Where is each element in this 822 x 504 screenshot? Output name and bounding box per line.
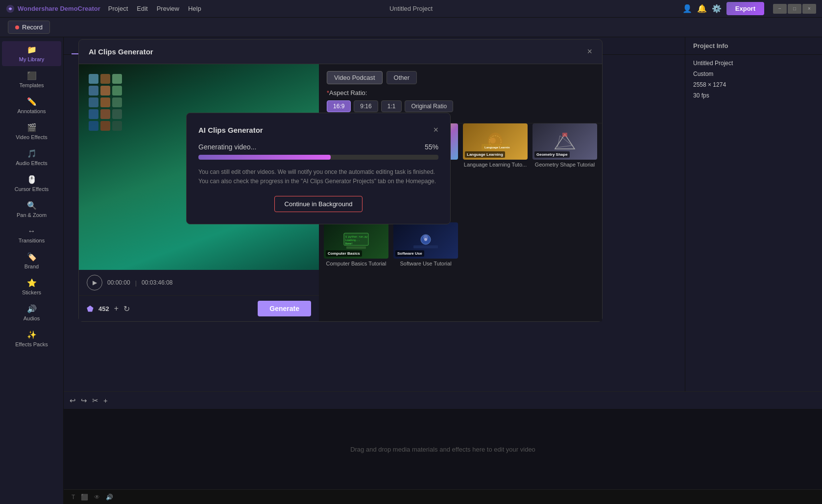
ai-dialog-title: AI Clips Generator	[89, 48, 153, 56]
type-btn-video-podcast[interactable]: Video Podcast	[327, 71, 383, 84]
bottom-tool-3[interactable]: 🔊	[106, 494, 113, 501]
record-button[interactable]: Record	[8, 21, 50, 34]
project-name-value: Untitled Project	[693, 60, 733, 67]
timeline-toolbar: ↩ ↪ ✂ +	[64, 392, 822, 409]
titlebar-right: 👤 🔔 ⚙️ Export − □ ×	[682, 2, 816, 15]
project-custom-value: Custom	[693, 71, 713, 77]
sidebar-item-video-effects[interactable]: 🎬 Video Effects	[2, 119, 61, 144]
redo-icon[interactable]: ↪	[81, 396, 87, 405]
continue-background-button[interactable]: Continue in Background	[274, 196, 363, 212]
thumb-overlay-software-use: Software Use	[395, 250, 424, 257]
project-resolution-row: 2558 × 1274	[693, 81, 814, 88]
token-icon: ⬟	[87, 304, 94, 313]
sidebar-item-templates[interactable]: ⬛ Templates	[2, 67, 61, 92]
sidebar-label-video-effects: Video Effects	[16, 134, 47, 140]
account-icon[interactable]: 👤	[682, 4, 692, 13]
add-icon[interactable]: +	[103, 396, 108, 405]
undo-icon[interactable]: ↩	[70, 396, 76, 405]
window-title: Untitled Project	[389, 5, 433, 12]
menu-help[interactable]: Help	[188, 5, 201, 12]
sidebar-label-audio-effects: Audio Effects	[16, 160, 48, 166]
sidebar-item-cursor-effects[interactable]: 🖱️ Cursor Effects	[2, 171, 61, 196]
project-resolution-value: 2558 × 1274	[693, 81, 726, 88]
type-btn-other[interactable]: Other	[387, 71, 417, 84]
sidebar: 📁 My Library ⬛ Templates ✏️ Annotations …	[0, 37, 64, 504]
split-icon[interactable]: ✂	[92, 396, 98, 405]
svg-text:Loading...: Loading...	[345, 239, 360, 242]
svg-rect-26	[413, 245, 438, 248]
token-refresh-button[interactable]: ↻	[123, 304, 130, 313]
sidebar-item-brand[interactable]: 🏷️ Brand	[2, 248, 61, 273]
template-card-software-use[interactable]: Software Use Software Use Tutorial	[393, 222, 458, 316]
bottom-tool-1[interactable]: ⬛	[81, 494, 88, 501]
ratio-btn-original[interactable]: Original Ratio	[405, 100, 453, 112]
project-name-row: Untitled Project	[693, 60, 814, 67]
record-label: Record	[22, 24, 43, 31]
app-name: Wondershare DemoCreator	[18, 5, 100, 12]
maximize-button[interactable]: □	[788, 4, 801, 14]
project-info-rows: Untitled Project Custom 2558 × 1274 30 f…	[685, 55, 822, 104]
svg-text:Language Learning: Language Learning	[484, 146, 510, 149]
sidebar-label-transitions: Transitions	[19, 238, 45, 243]
menu-bar: Project Edit Preview Help	[108, 5, 201, 12]
transitions-icon: ↔️	[28, 227, 36, 236]
sidebar-item-audio-effects[interactable]: 🎵 Audio Effects	[2, 145, 61, 170]
video-effects-icon: 🎬	[27, 123, 37, 132]
template-label-software-use: Software Use Tutorial	[393, 261, 458, 266]
sidebar-item-transitions[interactable]: ↔️ Transitions	[2, 223, 61, 247]
ratio-btn-16-9[interactable]: 16:9	[327, 100, 351, 112]
stickers-icon: ⭐	[27, 278, 37, 288]
generating-close-button[interactable]: ×	[433, 125, 438, 135]
token-count: 452	[98, 305, 109, 312]
play-button[interactable]: ▶	[87, 275, 102, 290]
gen-progress-bar-bg	[198, 155, 438, 160]
effects-packs-icon: ✨	[27, 330, 37, 339]
sidebar-label-stickers: Stickers	[22, 289, 41, 295]
ai-dialog-header: AI Clips Generator ×	[79, 40, 602, 64]
settings-icon[interactable]: ⚙️	[712, 4, 722, 13]
text-tool-icon[interactable]: T	[72, 494, 75, 501]
record-bar: Record	[0, 18, 822, 37]
ratio-btn-1-1[interactable]: 1:1	[381, 100, 402, 112]
ratio-btn-9-16[interactable]: 9:16	[354, 100, 378, 112]
menu-preview[interactable]: Preview	[157, 5, 179, 12]
bottom-tool-2[interactable]: 👁	[94, 494, 100, 501]
template-thumb-geometry-shape: Geometry Shape	[532, 123, 597, 160]
menu-edit[interactable]: Edit	[137, 5, 147, 12]
desktop-icons	[89, 74, 122, 131]
audio-effects-icon: 🎵	[27, 149, 37, 158]
template-card-geometry-shape[interactable]: Geometry Shape Geometry Shape Tutorial	[532, 123, 597, 217]
thumb-overlay-language-learning: Language Learning	[465, 151, 505, 158]
minimize-button[interactable]: −	[773, 4, 787, 14]
audios-icon: 🔊	[27, 304, 37, 313]
generate-button[interactable]: Generate	[258, 301, 311, 316]
notification-icon[interactable]: 🔔	[697, 4, 707, 13]
token-plus-button[interactable]: +	[114, 304, 119, 313]
template-thumb-language-learning: Language Learning Language Learning	[463, 123, 528, 160]
svg-rect-17	[562, 133, 567, 137]
sidebar-item-annotations[interactable]: ✏️ Annotations	[2, 93, 61, 118]
templates-icon: ⬛	[27, 71, 37, 80]
bottom-bar: T ⬛ 👁 🔊	[64, 489, 822, 504]
sidebar-item-effects-packs[interactable]: ✨ Effects Packs	[2, 326, 61, 351]
gen-progress-text: Generating video...	[198, 143, 256, 151]
sidebar-item-stickers[interactable]: ⭐ Stickers	[2, 274, 61, 299]
annotations-icon: ✏️	[27, 97, 37, 106]
sidebar-item-my-library[interactable]: 📁 My Library	[2, 41, 61, 66]
thumb-overlay-geometry-shape: Geometry Shape	[534, 151, 570, 158]
template-card-language-learning[interactable]: Language Learning Language Learning Lang…	[463, 123, 528, 217]
template-thumb-computer-basics: $ python run.py Loading... Done! Compute…	[324, 222, 388, 259]
close-button[interactable]: ×	[802, 4, 816, 14]
timeline-drag-text: Drag and drop media materials and effect…	[350, 446, 535, 453]
sidebar-label-cursor-effects: Cursor Effects	[15, 186, 49, 192]
template-thumb-software-use: Software Use	[393, 222, 458, 259]
svg-text:Done!: Done!	[345, 242, 353, 245]
menu-project[interactable]: Project	[108, 5, 128, 12]
sidebar-item-audios[interactable]: 🔊 Audios	[2, 300, 61, 325]
export-button[interactable]: Export	[726, 2, 764, 15]
generating-header: AI Clips Generator ×	[198, 125, 438, 135]
template-card-computer-basics[interactable]: $ python run.py Loading... Done! Compute…	[324, 222, 388, 316]
template-label-geometry-shape: Geometry Shape Tutorial	[532, 162, 597, 168]
sidebar-item-pan-zoom[interactable]: 🔍 Pan & Zoom	[2, 197, 61, 222]
ai-dialog-close-button[interactable]: ×	[587, 47, 592, 57]
